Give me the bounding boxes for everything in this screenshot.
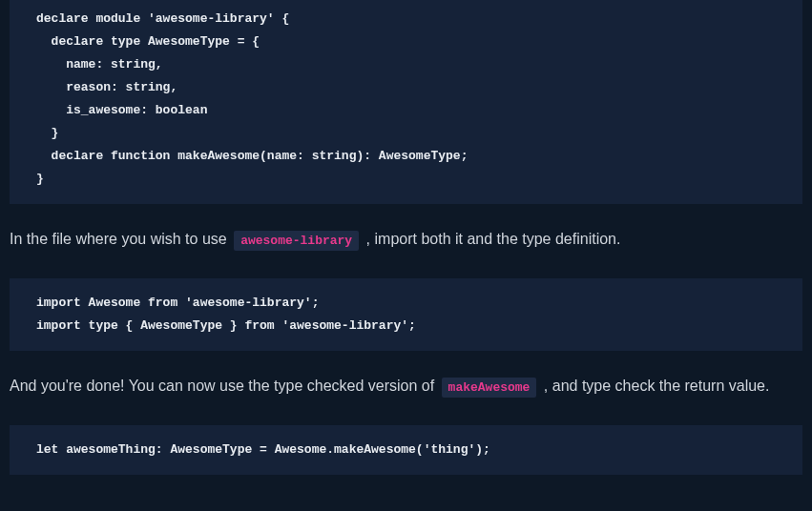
- inline-code-function-name: makeAwesome: [442, 378, 537, 398]
- paragraph-usage-instruction: And you're done! You can now use the typ…: [10, 374, 802, 399]
- inline-code-library-name: awesome-library: [234, 231, 359, 251]
- code-block-import: import Awesome from 'awesome-library'; i…: [10, 278, 802, 351]
- code-block-usage: let awesomeThing: AwesomeType = Awesome.…: [10, 425, 802, 475]
- prose-text: , and type check the return value.: [539, 378, 769, 394]
- code-block-declare: declare module 'awesome-library' { decla…: [10, 0, 802, 204]
- prose-text: And you're done! You can now use the typ…: [10, 378, 439, 394]
- paragraph-import-instruction: In the file where you wish to use awesom…: [10, 227, 802, 252]
- prose-text: , import both it and the type definition…: [362, 231, 620, 247]
- prose-text: In the file where you wish to use: [10, 231, 231, 247]
